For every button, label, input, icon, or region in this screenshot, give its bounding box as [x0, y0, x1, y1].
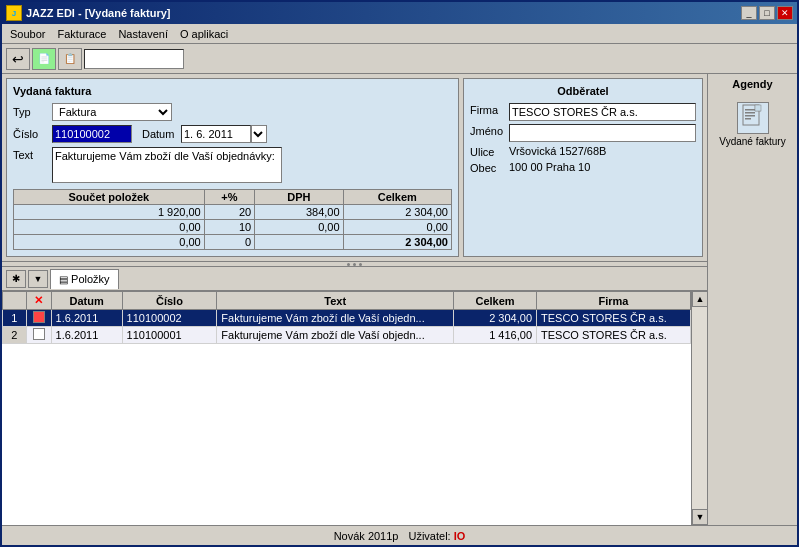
- number-input[interactable]: [52, 125, 132, 143]
- splitter-handle: [347, 263, 362, 266]
- row-total-2: 1 416,00: [454, 327, 537, 344]
- splitter-dot: [347, 263, 350, 266]
- agendy-item-vydane[interactable]: Vydané faktury: [715, 98, 789, 151]
- menu-nastaveni[interactable]: Nastavení: [112, 26, 174, 42]
- list-content: ✕ Datum Číslo Text Celkem Firma: [2, 291, 707, 525]
- obec-row: Obec 100 00 Praha 10: [470, 161, 696, 174]
- text-textarea[interactable]: Fakturujeme Vám zboží dle Vaší objednávk…: [52, 147, 282, 183]
- summary-col-total: Celkem: [343, 190, 451, 205]
- data-table-container: ✕ Datum Číslo Text Celkem Firma: [2, 291, 691, 525]
- date-input[interactable]: [181, 125, 251, 143]
- checkbox-1[interactable]: [33, 311, 45, 323]
- jmeno-input[interactable]: [509, 124, 696, 142]
- toolbar-btn-1[interactable]: ↩: [6, 48, 30, 70]
- form-area: Vydaná faktura Typ Faktura Číslo Datum: [2, 74, 707, 261]
- summary-col-base: Součet položek: [14, 190, 205, 205]
- checkbox-2[interactable]: [33, 328, 45, 340]
- sum-pct-2: 10: [204, 220, 254, 235]
- status-user-label: Uživatel: IO: [408, 530, 465, 542]
- center-panel: Vydaná faktura Typ Faktura Číslo Datum: [2, 74, 707, 525]
- toolbar-btn-3[interactable]: 📋: [58, 48, 82, 70]
- table-row[interactable]: 1 1.6.2011 110100002 Fakturujeme Vám zbo…: [3, 310, 691, 327]
- list-filter-button[interactable]: ▼: [28, 270, 48, 288]
- row-cislo-2: 110100001: [122, 327, 217, 344]
- menu-soubor[interactable]: Soubor: [4, 26, 51, 42]
- sum-pct-3: 0: [204, 235, 254, 250]
- agendy-title: Agendy: [712, 78, 793, 90]
- toolbar-btn-2[interactable]: 📄: [32, 48, 56, 70]
- jmeno-row: Jméno: [470, 124, 696, 142]
- splitter-dot: [359, 263, 362, 266]
- row-date-1: 1.6.2011: [51, 310, 122, 327]
- col-celkem-header: Celkem: [454, 292, 537, 310]
- data-table: ✕ Datum Číslo Text Celkem Firma: [2, 291, 691, 344]
- summary-row-2: 0,00 10 0,00 0,00: [14, 220, 452, 235]
- main-window: J JAZZ EDI - [Vydané faktury] _ □ ✕ Soub…: [0, 0, 799, 547]
- firma-input[interactable]: [509, 103, 696, 121]
- list-toolbar: ✱ ▼ ▤ Položky: [2, 267, 707, 291]
- list-area: ✱ ▼ ▤ Položky ✕: [2, 267, 707, 525]
- list-star-button[interactable]: ✱: [6, 270, 26, 288]
- col-check-header: ✕: [26, 292, 51, 310]
- text-row: Text Fakturujeme Vám zboží dle Vaší obje…: [13, 147, 452, 183]
- vertical-scrollbar[interactable]: ▲ ▼: [691, 291, 707, 525]
- row-firma-2: TESCO STORES ČR a.s.: [537, 327, 691, 344]
- agendy-label: Vydané faktury: [719, 136, 785, 147]
- summary-col-pct: +%: [204, 190, 254, 205]
- summary-table: Součet položek +% DPH Celkem 1 920,00 20: [13, 189, 452, 250]
- ulice-label: Ulice: [470, 145, 505, 158]
- close-button[interactable]: ✕: [777, 6, 793, 20]
- statusbar: Novák 2011p Uživatel: IO: [2, 525, 797, 545]
- maximize-button[interactable]: □: [759, 6, 775, 20]
- sum-total-1: 2 304,00: [343, 205, 451, 220]
- invoice-title: Vydaná faktura: [13, 85, 452, 97]
- scroll-down-button[interactable]: ▼: [692, 509, 707, 525]
- app-icon: J: [6, 5, 22, 21]
- row-firma-1: TESCO STORES ČR a.s.: [537, 310, 691, 327]
- toolbar-search-input[interactable]: [84, 49, 184, 69]
- type-select[interactable]: Faktura: [52, 103, 172, 121]
- sum-base-2: 0,00: [14, 220, 205, 235]
- tab-polozky[interactable]: ▤ Položky: [50, 269, 119, 289]
- titlebar-left: J JAZZ EDI - [Vydané faktury]: [6, 5, 170, 21]
- summary-section: Součet položek +% DPH Celkem 1 920,00 20: [13, 189, 452, 250]
- number-row: Číslo Datum: [13, 125, 452, 143]
- row-num-2: 2: [3, 327, 27, 344]
- col-text-header: Text: [217, 292, 454, 310]
- row-check-2[interactable]: [26, 327, 51, 344]
- customer-title: Odběratel: [470, 85, 696, 97]
- summary-row-3: 0,00 0 2 304,00: [14, 235, 452, 250]
- obec-label: Obec: [470, 161, 505, 174]
- row-text-2: Fakturujeme Vám zboží dle Vaší objedn...: [217, 327, 454, 344]
- row-total-1: 2 304,00: [454, 310, 537, 327]
- svg-rect-6: [755, 105, 761, 111]
- table-header-row: ✕ Datum Číslo Text Celkem Firma: [3, 292, 691, 310]
- svg-rect-2: [745, 112, 755, 114]
- date-label: Datum: [142, 128, 177, 140]
- date-select[interactable]: [251, 125, 267, 143]
- menu-o-aplikaci[interactable]: O aplikaci: [174, 26, 234, 42]
- scroll-up-button[interactable]: ▲: [692, 291, 707, 307]
- titlebar: J JAZZ EDI - [Vydané faktury] _ □ ✕: [2, 2, 797, 24]
- col-num-header: [3, 292, 27, 310]
- number-label: Číslo: [13, 128, 48, 140]
- sum-pct-1: 20: [204, 205, 254, 220]
- svg-rect-1: [745, 109, 755, 111]
- sum-base-3: 0,00: [14, 235, 205, 250]
- firma-row: Firma: [470, 103, 696, 121]
- sum-total-2: 0,00: [343, 220, 451, 235]
- svg-rect-4: [745, 118, 751, 120]
- sum-dph-2: 0,00: [255, 220, 343, 235]
- row-num-1: 1: [3, 310, 27, 327]
- customer-section: Odběratel Firma Jméno Ul: [463, 78, 703, 257]
- scroll-track[interactable]: [692, 307, 707, 509]
- type-row: Typ Faktura: [13, 103, 452, 121]
- status-user-id: IO: [454, 530, 466, 542]
- row-check-1[interactable]: [26, 310, 51, 327]
- vydane-faktury-icon: [737, 102, 769, 134]
- obec-value: 100 00 Praha 10: [509, 161, 696, 173]
- table-row[interactable]: 2 1.6.2011 110100001 Fakturujeme Vám zbo…: [3, 327, 691, 344]
- minimize-button[interactable]: _: [741, 6, 757, 20]
- ulice-row: Ulice Vršovická 1527/68B: [470, 145, 696, 158]
- menu-fakturace[interactable]: Fakturace: [51, 26, 112, 42]
